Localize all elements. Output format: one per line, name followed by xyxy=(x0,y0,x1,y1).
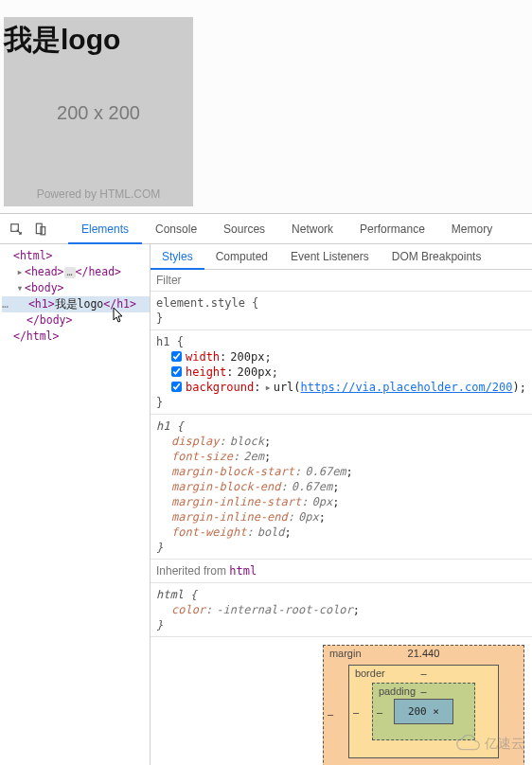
h1-placeholder-box: 我是logo 200 x 200 Powered by HTML.COM xyxy=(4,17,193,206)
dom-tree[interactable]: <html> <head>…</head> <body> … <h1>我是log… xyxy=(0,244,151,765)
tab-sources[interactable]: Sources xyxy=(210,214,278,243)
gutter-dots: … xyxy=(2,297,9,311)
devtools-panel: Elements Console Sources Network Perform… xyxy=(0,213,532,765)
ellipsis: … xyxy=(64,267,76,278)
bm-border-top: – xyxy=(420,667,426,679)
rule-element-style[interactable]: element.style { } xyxy=(151,292,532,330)
inspect-element-button[interactable] xyxy=(6,219,27,240)
bm-margin-top: 21.440 xyxy=(408,648,440,659)
mouse-cursor-icon xyxy=(112,307,125,328)
bm-content: 200 × xyxy=(394,699,453,724)
filter-input[interactable]: Filter xyxy=(156,274,182,287)
rule-h1-ua[interactable]: h1 { display:block; font-size:2em; margi… xyxy=(151,415,532,560)
inherited-tag-chip[interactable]: html xyxy=(229,564,257,578)
tab-network[interactable]: Network xyxy=(278,214,346,243)
placeholder-credit: Powered by HTML.COM xyxy=(4,187,193,201)
rendered-page-preview: 我是logo 200 x 200 Powered by HTML.COM xyxy=(0,0,532,213)
devtools-toolbar: Elements Console Sources Network Perform… xyxy=(0,214,532,244)
dom-h1-text[interactable]: 我是logo xyxy=(55,297,104,311)
placeholder-dimensions: 200 x 200 xyxy=(57,102,140,124)
bm-margin-left: – xyxy=(328,708,333,720)
tab-console[interactable]: Console xyxy=(142,214,210,243)
tab-memory[interactable]: Memory xyxy=(438,214,505,243)
subtab-dom-breakpoints[interactable]: DOM Breakpoints xyxy=(381,244,493,269)
expand-url-icon[interactable] xyxy=(264,380,271,395)
dom-h1-open[interactable]: <h1> xyxy=(28,297,55,311)
inherited-from-row: Inherited from html xyxy=(151,560,532,583)
cloud-icon xyxy=(454,735,481,754)
subtab-styles[interactable]: Styles xyxy=(151,244,204,269)
prop-toggle-background[interactable] xyxy=(171,382,182,392)
tab-elements[interactable]: Elements xyxy=(68,214,142,243)
prop-toggle-width[interactable] xyxy=(171,351,182,362)
tab-performance[interactable]: Performance xyxy=(346,214,438,243)
bm-border-label: border xyxy=(355,667,385,679)
bm-padding-label: padding xyxy=(379,685,416,697)
dom-html-open[interactable]: <html> xyxy=(13,249,53,262)
bm-padding-left: – xyxy=(377,706,382,718)
panel-tabs: Elements Console Sources Network Perform… xyxy=(68,214,532,243)
subtab-event-listeners[interactable]: Event Listeners xyxy=(279,244,381,269)
styles-pane: Styles Computed Event Listeners DOM Brea… xyxy=(151,244,532,765)
bm-padding-top: – xyxy=(420,685,426,697)
prop-toggle-height[interactable] xyxy=(171,366,182,377)
subtab-computed[interactable]: Computed xyxy=(204,244,279,269)
page-heading: 我是logo xyxy=(4,21,120,60)
background-url-link[interactable]: https://via.placeholder.com/200 xyxy=(301,381,513,394)
watermark: 亿速云 xyxy=(454,735,524,754)
rule-html-ua[interactable]: html { color:-internal-root-color; } xyxy=(151,583,532,637)
bm-margin-label: margin xyxy=(329,648,362,659)
bm-border-left: – xyxy=(353,706,359,718)
dom-body-open[interactable]: <body> xyxy=(25,281,64,294)
dom-head-open[interactable]: <head> xyxy=(25,265,64,278)
rule-h1-authored[interactable]: h1 { width:200px; height:200px; backgrou… xyxy=(151,330,532,415)
dom-head-close[interactable]: </head> xyxy=(76,265,121,278)
device-toolbar-button[interactable] xyxy=(30,219,51,240)
dom-body-close[interactable]: </body> xyxy=(27,313,72,327)
dom-html-close[interactable]: </html> xyxy=(13,329,59,343)
